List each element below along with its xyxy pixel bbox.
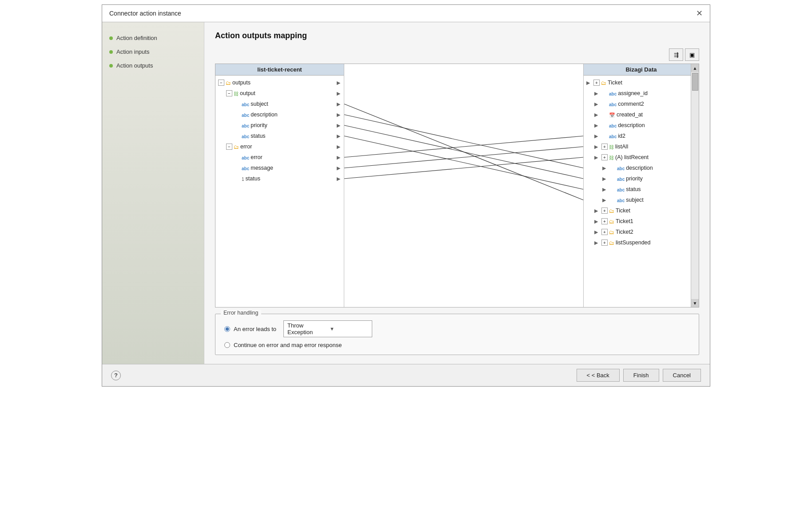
abc-icon: abc xyxy=(242,102,249,107)
abc-icon: abc xyxy=(242,166,249,171)
svg-line-2 xyxy=(344,125,583,179)
scroll-up-button[interactable]: ▲ xyxy=(691,64,699,72)
tree-expand-button[interactable]: + xyxy=(593,80,600,86)
right-panel: Action outputs mapping ⇶ ▣ list-ticket-r… xyxy=(204,22,710,364)
folder-icon: 🗂 xyxy=(609,240,614,246)
chain-icon: ⛓ xyxy=(234,91,239,96)
abc-icon: abc xyxy=(242,113,249,118)
tree-node[interactable]: ▶abcassignee_id xyxy=(584,88,699,99)
calendar-icon: 📅 xyxy=(609,112,615,118)
main-content: Action definition Action inputs Action o… xyxy=(102,22,710,364)
tree-node[interactable]: ▶+🗂Ticket xyxy=(584,77,699,88)
tree-node[interactable]: 1status▶ xyxy=(215,173,344,184)
error-radio-2[interactable] xyxy=(224,342,230,348)
tree-expand-button[interactable]: + xyxy=(601,154,608,160)
mapping-scrollbar[interactable]: ▲ ▼ xyxy=(691,64,699,307)
left-tree-arrow: ▶ xyxy=(337,123,342,128)
abc-icon: abc xyxy=(242,124,249,128)
tree-node-label: (A) listRecent xyxy=(615,154,649,160)
close-button[interactable]: ✕ xyxy=(696,9,703,17)
error-dropdown[interactable]: Throw Exception ▼ xyxy=(283,320,372,337)
tree-node-label: priority xyxy=(251,122,267,128)
tree-expand-button[interactable]: + xyxy=(601,218,608,224)
error-radio-1[interactable] xyxy=(224,326,230,332)
view-toggle-button[interactable]: ▣ xyxy=(685,48,699,61)
sidebar-item-action-inputs[interactable]: Action inputs xyxy=(102,45,204,59)
tree-node[interactable]: ▶abcdescription xyxy=(584,163,699,173)
tree-expand-button[interactable]: + xyxy=(601,240,608,246)
tree-node[interactable]: abcpriority▶ xyxy=(215,120,344,131)
tree-node[interactable]: abcsubject▶ xyxy=(215,99,344,109)
back-button[interactable]: < < Back xyxy=(577,369,620,382)
tree-expand-button[interactable]: − xyxy=(218,80,224,86)
tree-node[interactable]: ▶abcid2 xyxy=(584,131,699,141)
abc-icon: abc xyxy=(617,177,625,182)
auto-map-button[interactable]: ⇶ xyxy=(669,48,683,61)
left-tree-arrow: ▶ xyxy=(337,155,342,160)
dropdown-arrow-icon: ▼ xyxy=(330,326,368,331)
tree-node-label: priority xyxy=(626,176,643,182)
tree-node[interactable]: ▶+🗂listSuspended xyxy=(584,237,699,248)
cancel-button[interactable]: Cancel xyxy=(663,369,701,382)
left-tree-arrow: ▶ xyxy=(337,112,342,118)
tree-node[interactable]: ▶+⛓listAll xyxy=(584,141,699,152)
tree-node[interactable]: ▶abcdescription xyxy=(584,120,699,131)
tree-node[interactable]: abcdescription▶ xyxy=(215,109,344,120)
tree-node-label: description xyxy=(251,112,277,118)
tree-node[interactable]: ▶abcsubject xyxy=(584,195,699,205)
tree-node[interactable]: −🗂outputs▶ xyxy=(215,77,344,88)
tree-node[interactable]: ▶abcstatus xyxy=(584,184,699,195)
tree-node[interactable]: ▶📅created_at xyxy=(584,109,699,120)
tree-expand-button[interactable]: − xyxy=(226,90,232,96)
tree-node[interactable]: ▶abcpriority xyxy=(584,173,699,184)
tree-node[interactable]: abcerror▶ xyxy=(215,152,344,163)
bottom-buttons: < < Back Finish Cancel xyxy=(577,369,701,382)
mapping-lines-svg xyxy=(344,64,583,307)
scroll-thumb[interactable] xyxy=(692,73,698,91)
error-label-2: Continue on error and map error response xyxy=(234,342,342,348)
sidebar-item-action-definition[interactable]: Action definition xyxy=(102,31,204,45)
right-tree-header: Bizagi Data xyxy=(584,64,699,76)
bottom-bar: ? < < Back Finish Cancel xyxy=(102,364,710,386)
folder-icon: 🗂 xyxy=(226,80,231,86)
svg-line-1 xyxy=(344,115,583,168)
left-tree-arrow: ▶ xyxy=(337,91,342,96)
left-tree-panel: list-ticket-recent −🗂outputs▶−⛓output▶ab… xyxy=(215,64,344,307)
sidebar-label-action-inputs: Action inputs xyxy=(116,48,149,55)
abc-icon: abc xyxy=(609,102,617,107)
folder-icon: 🗂 xyxy=(609,208,614,214)
tree-node[interactable]: −🗂error▶ xyxy=(215,141,344,152)
tree-node[interactable]: abcstatus▶ xyxy=(215,131,344,141)
right-tree-arrow: ▶ xyxy=(594,101,601,107)
tree-expand-button[interactable]: + xyxy=(601,144,608,150)
tree-node[interactable]: −⛓output▶ xyxy=(215,88,344,99)
tree-node[interactable]: abcmessage▶ xyxy=(215,163,344,173)
scroll-down-button[interactable]: ▼ xyxy=(691,299,699,307)
sidebar-item-action-outputs[interactable]: Action outputs xyxy=(102,59,204,72)
tree-node-label: description xyxy=(626,165,653,171)
tree-node-label: status xyxy=(251,133,265,139)
right-tree-body: ▶+🗂Ticket▶abcassignee_id▶abccomment2▶📅cr… xyxy=(584,76,699,250)
left-tree-arrow: ▶ xyxy=(337,101,342,107)
help-button[interactable]: ? xyxy=(111,371,121,380)
tree-node[interactable]: ▶+🗂Ticket1 xyxy=(584,216,699,227)
tree-expand-button[interactable]: − xyxy=(226,144,232,150)
tree-node-label: subject xyxy=(251,101,268,107)
tree-node-label: Ticket2 xyxy=(616,229,633,235)
tree-node[interactable]: ▶+🗂Ticket2 xyxy=(584,227,699,237)
svg-line-3 xyxy=(344,136,583,189)
tree-node-label: description xyxy=(618,122,645,128)
tree-expand-button[interactable]: + xyxy=(601,229,608,235)
svg-line-5 xyxy=(344,147,583,168)
abc-icon: abc xyxy=(242,134,249,139)
tree-node[interactable]: ▶+⛓(A) listRecent xyxy=(584,152,699,163)
svg-line-6 xyxy=(344,157,583,179)
tree-node[interactable]: ▶+🗂Ticket xyxy=(584,205,699,216)
tree-node[interactable]: ▶abccomment2 xyxy=(584,99,699,109)
finish-button[interactable]: Finish xyxy=(623,369,659,382)
sidebar: Action definition Action inputs Action o… xyxy=(102,22,204,364)
right-tree-arrow: ▶ xyxy=(586,80,593,86)
tree-node-label: status xyxy=(246,176,260,182)
abc-icon: abc xyxy=(242,156,249,160)
tree-expand-button[interactable]: + xyxy=(601,208,608,214)
